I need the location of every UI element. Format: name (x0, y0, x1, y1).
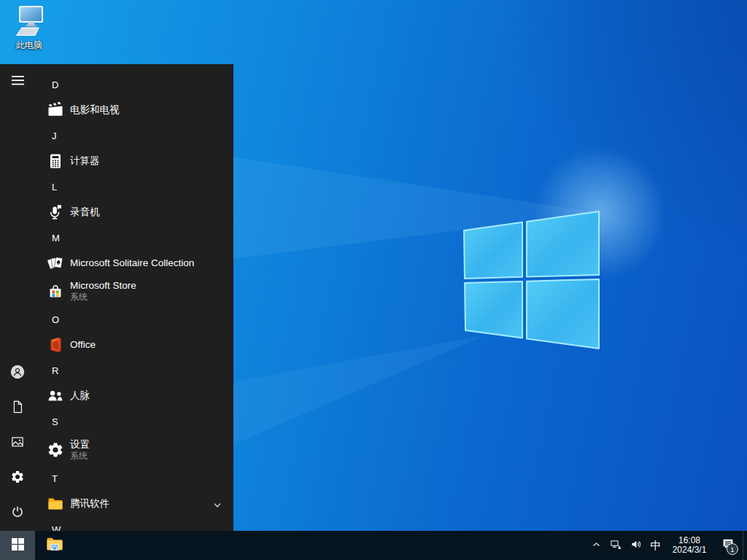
power-icon (10, 505, 25, 522)
desktop-icon-this-pc[interactable]: 此电脑 (5, 4, 53, 50)
power-button[interactable] (0, 496, 35, 531)
app-item[interactable]: Microsoft Solitaire Collection (35, 251, 233, 276)
file-explorer-button[interactable] (40, 531, 69, 560)
app-item-label: 腾讯软件 (70, 498, 109, 510)
file-explorer-icon (45, 534, 64, 556)
app-section-letter-t[interactable]: T (35, 465, 233, 491)
expand-menu-button[interactable] (0, 64, 35, 99)
start-button[interactable] (0, 531, 35, 560)
user-icon (10, 365, 25, 382)
network-icon (610, 538, 622, 553)
documents-button[interactable] (0, 391, 35, 426)
app-item[interactable]: Microsoft Store系统 (35, 276, 233, 306)
app-item-label: 录音机 (70, 206, 100, 218)
app-item[interactable]: 电影和电视 (35, 98, 233, 122)
app-section-letter-l[interactable]: L (35, 174, 233, 200)
app-item-sublabel: 系统 (70, 292, 136, 302)
app-item[interactable]: 设置系统 (35, 435, 233, 465)
windows-desktop: 此电脑 D电影和电视J计算器L录音机MMicrosoft Solitaire C… (0, 0, 747, 560)
pictures-icon (10, 435, 25, 452)
start-app-list: D电影和电视J计算器L录音机MMicrosoft Solitaire Colle… (35, 64, 233, 531)
solitaire-icon (47, 254, 64, 272)
movies-tv-icon (47, 101, 64, 119)
notification-badge: 1 (727, 543, 738, 555)
ime-indicator[interactable]: 中 (646, 531, 665, 560)
app-item-label: Office (70, 339, 96, 351)
hamburger-icon (12, 74, 24, 90)
rail-spacer (0, 99, 35, 356)
app-item-sublabel: 系统 (70, 451, 90, 461)
app-section-letter-w[interactable]: W (35, 516, 233, 531)
folder-icon (47, 495, 64, 513)
tray-overflow-button[interactable] (587, 531, 605, 560)
office-icon (47, 336, 64, 354)
volume-button[interactable] (626, 531, 646, 560)
app-section-letter-j[interactable]: J (35, 122, 233, 149)
app-section-letter-d[interactable]: D (35, 71, 233, 98)
chevron-up-icon (590, 538, 603, 553)
system-tray: 中 16:08 2024/3/1 1 (587, 531, 747, 560)
document-icon (10, 400, 25, 417)
taskbar: 中 16:08 2024/3/1 1 (0, 531, 747, 560)
action-center-button[interactable]: 1 (713, 531, 743, 560)
clock-button[interactable]: 16:08 2024/3/1 (665, 531, 713, 560)
desktop-icon-label: 此电脑 (16, 41, 42, 50)
people-icon (47, 387, 64, 405)
clock-date: 2024/3/1 (673, 545, 707, 555)
app-item[interactable]: 计算器 (35, 149, 233, 174)
store-icon (47, 282, 64, 300)
app-item-label: Microsoft Store (70, 280, 136, 292)
volume-icon (630, 538, 643, 553)
start-menu-panel: D电影和电视J计算器L录音机MMicrosoft Solitaire Colle… (0, 64, 233, 531)
app-section-letter-m[interactable]: M (35, 225, 233, 251)
app-item[interactable]: 人脉 (35, 384, 233, 408)
app-section-letter-o[interactable]: O (35, 306, 233, 332)
user-button[interactable] (0, 356, 35, 391)
start-menu-rail (0, 64, 35, 531)
pictures-button[interactable] (0, 426, 35, 461)
app-item[interactable]: 录音机 (35, 200, 233, 225)
calculator-icon (47, 152, 64, 170)
app-item-label: 设置 (70, 439, 90, 451)
network-button[interactable] (605, 531, 626, 560)
app-section-letter-r[interactable]: R (35, 357, 233, 384)
app-item-label: Microsoft Solitaire Collection (70, 257, 194, 269)
app-item[interactable]: Office (35, 332, 233, 357)
taskbar-pinned-apps (35, 531, 69, 560)
gear-icon (10, 470, 25, 487)
show-desktop-button[interactable] (743, 531, 747, 560)
gear-icon (47, 441, 64, 459)
chevron-down-icon (213, 499, 222, 508)
app-section-letter-s[interactable]: S (35, 408, 233, 435)
this-pc-icon (12, 4, 47, 39)
windows-logo-icon (12, 538, 24, 553)
rail-bottom-buttons (0, 356, 35, 531)
voice-recorder-icon (47, 203, 64, 221)
app-item-label: 计算器 (70, 155, 100, 167)
settings-button[interactable] (0, 461, 35, 496)
app-item-label: 电影和电视 (70, 104, 120, 116)
app-item[interactable]: 腾讯软件 (35, 491, 233, 516)
app-item-label: 人脉 (70, 390, 90, 402)
